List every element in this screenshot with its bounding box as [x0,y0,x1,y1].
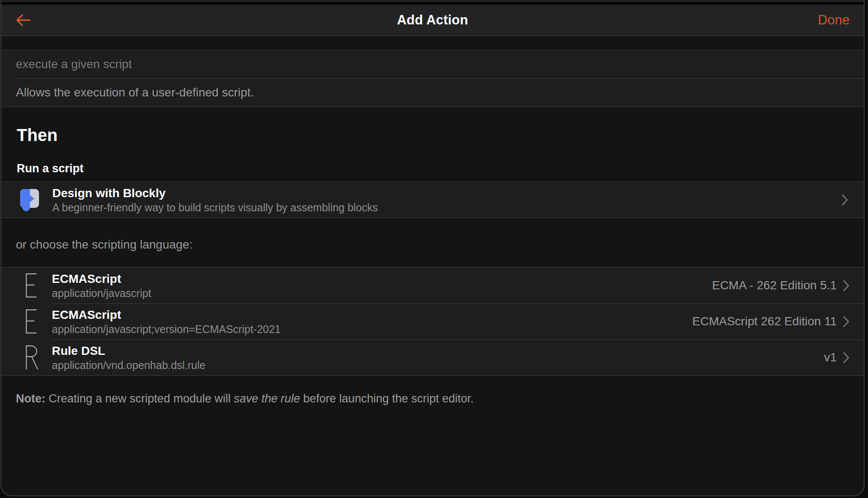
design-with-blockly-row[interactable]: Design with Blockly A beginner-friendly … [1,182,864,218]
navbar: Add Action Done [1,5,864,36]
language-version: ECMAScript 262 Edition 11 [692,315,837,328]
language-title: ECMAScript [52,307,281,323]
script-language-list: ECMAScript application/javascript ECMA -… [1,267,864,376]
done-button[interactable]: Done [818,12,850,28]
add-action-modal: { "accent_color": "#d4572c", "navbar": {… [0,0,868,498]
module-title-row[interactable] [1,50,864,78]
then-heading: Then [17,126,864,144]
module-title-input[interactable] [16,57,849,71]
language-mime: application/vnd.openhab.dsl.rule [52,359,206,372]
or-choose-language-label: or choose the scripting language: [16,238,864,252]
blockly-title: Design with Blockly [52,186,378,201]
blockly-list: Design with Blockly A beginner-friendly … [1,182,864,218]
chevron-right-icon [843,280,850,291]
note-prefix: Note: [16,392,45,405]
language-letter-icon [26,273,39,297]
run-a-script-heading: Run a script [17,161,864,176]
language-mime: application/javascript [52,287,151,300]
chevron-right-icon [843,316,850,327]
note-italic: save the rule [234,392,300,405]
chevron-right-icon [842,194,848,206]
chevron-right-icon [843,352,850,363]
blockly-subtitle: A beginner-friendly way to build scripts… [52,201,378,214]
language-letter-icon [26,309,39,333]
script-language-row[interactable]: Rule DSL application/vnd.openhab.dsl.rul… [1,339,864,375]
language-version: v1 [824,351,837,364]
note-body-end: before launching the script editor. [300,392,473,405]
note-text: Note: Creating a new scripted module wil… [16,391,849,406]
language-letter-icon [26,345,39,369]
language-mime: application/javascript;version=ECMAScrip… [52,323,281,336]
back-arrow-icon [15,14,31,27]
script-language-row[interactable]: ECMAScript application/javascript ECMA -… [1,267,864,303]
module-title-list: Allows the execution of a user-defined s… [1,50,864,107]
back-button[interactable] [15,14,31,27]
language-title: Rule DSL [52,343,206,359]
modal-sheet: Add Action Done Allows the execution of … [0,0,865,496]
module-description-row: Allows the execution of a user-defined s… [1,78,864,107]
page-title: Add Action [1,12,864,28]
note-body-start: Creating a new scripted module will [45,392,234,405]
module-description-text: Allows the execution of a user-defined s… [16,86,254,99]
script-language-row[interactable]: ECMAScript application/javascript;versio… [1,303,864,339]
language-title: ECMAScript [52,271,151,287]
blockly-icon [20,189,39,211]
language-version: ECMA - 262 Edition 5.1 [712,279,837,292]
